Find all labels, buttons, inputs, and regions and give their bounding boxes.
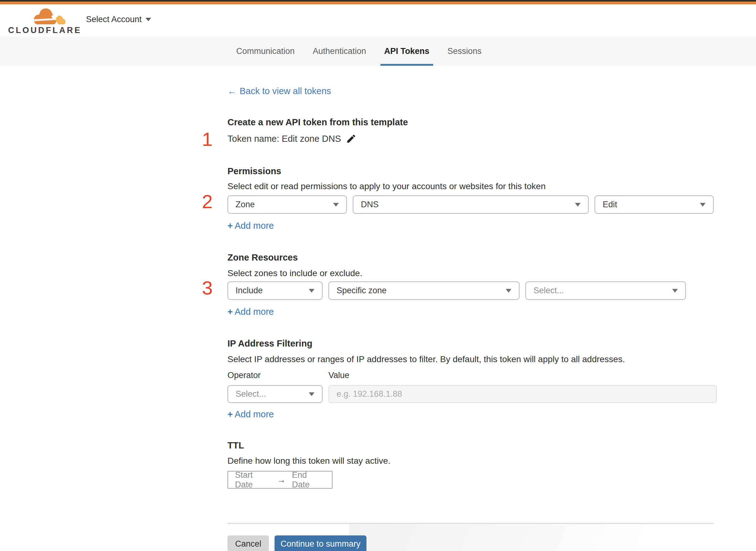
zone-resources-add-more-link[interactable]: +Add more [227,307,274,317]
account-selector-label: Select Account [86,15,142,24]
chevron-down-icon [333,203,339,207]
plus-icon: + [227,307,233,317]
zone-resources-title: Zone Resources [227,252,298,263]
chevron-down-icon [309,392,314,396]
back-arrow-icon: ← [227,86,236,96]
token-name-text: Token name: Edit zone DNS [227,134,341,144]
end-date-placeholder: End Date [292,470,325,490]
back-link-label: Back to view all tokens [240,86,331,96]
zone-mode-select[interactable]: Include [227,282,322,300]
chevron-down-icon [506,289,511,293]
operator-select[interactable]: Select... [227,385,322,403]
permissions-description: Select edit or read permissions to apply… [227,181,546,191]
operator-label: Operator [227,371,261,380]
tab-strip: Communication Authentication API Tokens … [0,36,756,66]
chevron-down-icon [309,289,314,293]
account-selector[interactable]: Select Account [86,15,151,24]
ip-value-input[interactable] [328,385,717,403]
zone-scope-value: Specific zone [336,286,501,296]
operator-placeholder: Select... [235,389,304,399]
ip-filtering-add-more-link[interactable]: +Add more [227,409,274,420]
tab-api-tokens[interactable]: API Tokens [381,36,433,66]
chevron-down-icon [575,203,581,207]
tab-communication[interactable]: Communication [232,36,298,66]
token-name-row: Token name: Edit zone DNS [227,133,356,144]
add-more-label: Add more [235,307,274,317]
zone-picker-placeholder: Select... [534,286,667,296]
tab-sessions[interactable]: Sessions [444,36,486,66]
zone-resources-description: Select zones to include or exclude. [227,268,362,278]
cloudflare-wordmark: CLOUDFLARE [8,26,82,35]
add-more-label: Add more [235,409,274,419]
zone-resources-row: Include Specific zone Select... [227,282,686,300]
create-token-title: Create a new API token from this templat… [227,117,408,127]
continue-to-summary-button[interactable]: Continue to summary [274,535,366,551]
zone-picker-select[interactable]: Select... [525,282,686,300]
ip-filtering-description: Select IP addresses or ranges of IP addr… [227,354,625,364]
arrow-right-icon: → [277,475,286,485]
edit-pencil-icon[interactable] [346,133,356,144]
brand-accent-bar [0,2,756,4]
chevron-down-icon [672,289,678,293]
permission-access-value: Edit [603,200,695,209]
permissions-row: Zone DNS Edit [227,195,714,214]
permission-scope-select[interactable]: Zone [227,195,347,214]
chevron-down-icon [700,203,706,207]
permissions-title: Permissions [227,166,281,176]
step-3-number: 3 [202,278,221,298]
tab-authentication[interactable]: Authentication [309,36,370,66]
plus-icon: + [227,221,233,230]
start-date-placeholder: Start Date [235,470,271,490]
date-range-picker[interactable]: Start Date → End Date [227,471,332,489]
ttl-description: Define how long this token will stay act… [227,456,391,466]
value-label: Value [328,371,349,380]
footer-divider [227,523,714,524]
header: CLOUDFLARE Select Account [0,4,756,36]
chevron-down-icon [145,18,151,21]
back-to-tokens-link[interactable]: ← Back to view all tokens [227,86,331,96]
zone-scope-select[interactable]: Specific zone [328,282,520,300]
ip-filtering-row: Select... [227,385,322,403]
step-2-number: 2 [202,192,221,211]
cloudflare-logo[interactable]: CLOUDFLARE [8,6,70,35]
add-more-label: Add more [235,221,274,230]
permission-resource-value: DNS [361,200,570,209]
api-token-template-page: CLOUDFLARE Select Account Communication … [0,0,756,551]
permission-resource-select[interactable]: DNS [353,195,589,214]
zone-mode-value: Include [235,286,304,296]
permissions-add-more-link[interactable]: +Add more [227,221,274,231]
ttl-title: TTL [227,440,244,451]
step-1-number: 1 [202,130,221,149]
footer-shade [349,524,698,551]
permission-scope-value: Zone [235,200,328,209]
ip-filtering-title: IP Address Filtering [227,339,312,349]
tabs: Communication Authentication API Tokens … [232,36,496,66]
plus-icon: + [227,409,233,419]
permission-access-select[interactable]: Edit [595,195,714,214]
cloudflare-cloud-icon [32,7,67,26]
cancel-button[interactable]: Cancel [227,535,269,551]
